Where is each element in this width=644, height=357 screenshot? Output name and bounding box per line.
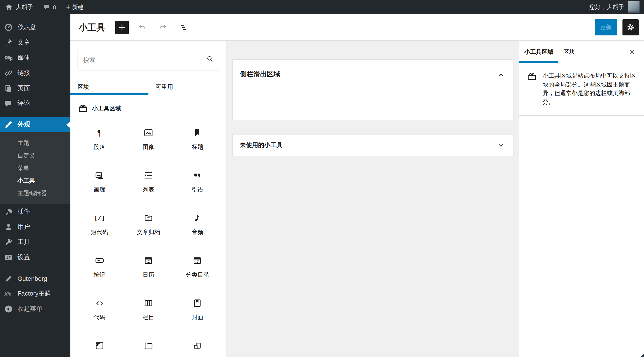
widgets-editor: 小工具 更新 [70,14,644,357]
block-item-columns[interactable]: 栏目 [124,287,173,330]
submenu-item-theme-editor[interactable]: 主题编辑器 [0,187,70,200]
tab-block[interactable]: 区块 [558,41,580,63]
sidebar-item-plugins[interactable]: 插件 [0,204,70,219]
avatar [628,1,640,13]
calendar-icon [143,255,154,266]
gallery-icon [94,170,105,181]
block-item-file[interactable] [124,330,173,357]
sidebar-item-links[interactable]: 链接 [0,66,70,81]
block-item-heading[interactable]: 标题 [173,116,222,159]
sidebar-item-xin-factory[interactable]: Xin Factory主题 [0,286,70,302]
comment-icon [43,4,50,11]
menu-separator [0,265,70,271]
admin-bar: 大胡子 0 + 新建 您好，大胡子 [0,0,644,14]
block-item-button[interactable]: 按钮 [75,244,124,287]
block-item-label: 音频 [192,228,204,236]
shortcode-icon: [/] [94,212,105,223]
collapse-panel-button[interactable] [496,70,506,80]
wrench-icon [4,238,13,247]
admin-bar-account[interactable]: 您好，大胡子 [585,0,644,14]
block-item-label: 图像 [142,143,154,151]
new-label: 新建 [72,3,84,11]
admin-bar-comments[interactable]: 0 [38,0,61,14]
inserter-section-header: 小工具区域 [70,95,226,116]
block-item-gallery[interactable]: 画廊 [75,159,124,202]
undo-icon [137,22,147,32]
block-item-calendar[interactable]: 日历 [124,244,173,287]
sidebar-item-pages[interactable]: 页面 [0,81,70,96]
sidebar-item-settings[interactable]: 设置 [0,250,70,265]
block-item-group[interactable] [173,330,222,357]
user-icon [4,222,13,232]
block-inserter-toggle-button[interactable] [115,21,129,34]
widget-area-icon [526,71,537,82]
page-title: 小工具 [78,21,106,34]
block-item-label: 日历 [142,271,154,279]
sidebar-item-users[interactable]: 用户 [0,219,70,234]
settings-tabs: 小工具区域 区块 [519,41,644,63]
collapse-icon [4,304,13,314]
block-item-audio[interactable]: 音频 [173,202,222,244]
tab-reusable[interactable]: 可重用 [148,80,226,95]
inserter-tabs: 区块 可重用 [70,80,226,95]
chevron-up-icon [496,70,506,80]
tab-blocks[interactable]: 区块 [70,80,148,95]
widget-area-panel-inactive[interactable]: 未使用的小工具 [232,134,514,156]
sidebar-item-media[interactable]: 媒体 [0,50,70,66]
expand-panel-button[interactable] [496,140,506,150]
redo-button[interactable] [156,20,170,34]
block-item-image[interactable]: 图像 [124,116,173,159]
sidebar-item-gutenberg[interactable]: Gutenberg [0,271,70,286]
block-item-paragraph[interactable]: ¶ 段落 [75,116,124,159]
pencil-icon [4,274,13,283]
group-icon [192,340,203,351]
code-icon [94,298,105,308]
menu-separator [0,111,70,117]
archives-icon [143,212,154,223]
widget-area-title: 未使用的小工具 [240,141,282,149]
wordpress-admin: 大胡子 0 + 新建 您好，大胡子 仪表盘 [0,0,644,357]
block-item-categories[interactable]: 分类目录 [173,244,222,287]
block-item-label: 分类目录 [186,271,209,279]
search-icon [205,54,215,66]
block-item-label: 按钮 [94,271,105,279]
block-item-quote[interactable]: 引语 [173,159,222,202]
block-item-custom-html[interactable] [75,330,124,357]
admin-bar-new[interactable]: + 新建 [61,0,88,14]
sidebar-item-posts[interactable]: 文章 [0,35,70,50]
plus-icon: + [66,4,70,11]
sidebar-item-dashboard[interactable]: 仪表盘 [0,20,70,35]
widget-area-panel-sidebar-slideout[interactable]: 侧栏滑出区域 [232,59,514,120]
block-item-cover[interactable]: 封面 [173,287,222,330]
tab-widget-area[interactable]: 小工具区域 [519,41,558,63]
block-item-label: 画廊 [94,186,105,194]
settings-button[interactable] [622,19,638,36]
submenu-item-menus[interactable]: 菜单 [0,162,70,174]
window-resize-corner [640,354,644,357]
svg-text:Xin: Xin [4,292,12,296]
list-view-button[interactable] [176,20,190,34]
submenu-item-widgets[interactable]: 小工具 [0,174,70,187]
pages-icon [4,84,13,93]
block-item-label: 引语 [192,186,204,194]
admin-bar-site[interactable]: 大胡子 [0,0,38,14]
search-input[interactable] [78,49,219,70]
editor-header: 小工具 更新 [70,14,644,41]
block-item-archives[interactable]: 文章归档 [124,202,173,244]
collapse-menu-button[interactable]: 收起菜单 [0,302,70,317]
home-icon [5,3,13,11]
submenu-item-customize[interactable]: 自定义 [0,149,70,162]
block-item-label: 文章归档 [137,228,160,236]
update-button[interactable]: 更新 [595,19,617,36]
block-item-code[interactable]: 代码 [75,287,124,330]
block-item-list[interactable]: 列表 [124,159,173,202]
block-item-shortcode[interactable]: [/] 短代码 [75,202,124,244]
sidebar-item-comments[interactable]: 评论 [0,96,70,111]
sidebar-item-appearance[interactable]: 外观 [0,117,70,132]
pin-icon [4,38,13,47]
sidebar-item-tools[interactable]: 工具 [0,234,70,250]
close-sidebar-button[interactable] [624,44,640,60]
submenu-item-themes[interactable]: 主题 [0,137,70,149]
description-text: 小工具区域是站点布局中可以支持区块的全局部分。这些区域因主题而异，但通常都是您的… [543,71,637,106]
undo-button[interactable] [135,20,149,34]
